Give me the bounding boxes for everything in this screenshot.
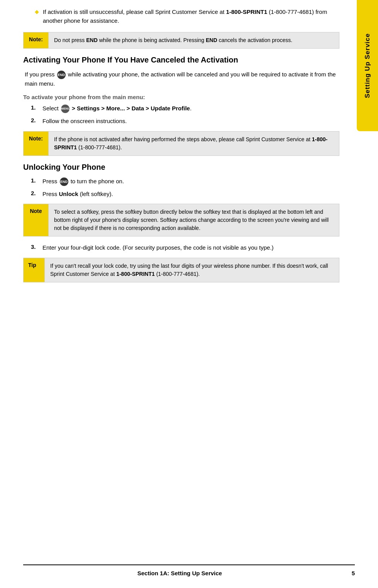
step-1-1: 1. Select MENUOK > Settings > More... > … <box>31 104 339 113</box>
note-content-1: Do not press END while the phone is bein… <box>49 32 298 48</box>
tip-label: Tip <box>24 258 45 282</box>
section-2-heading: Unlocking Your Phone <box>23 163 339 172</box>
side-tab-label: Setting Up Service <box>364 33 371 98</box>
tip-box: Tip If you can't recall your lock code, … <box>23 258 339 282</box>
sub-heading-1: To activate your phone from the main men… <box>23 94 339 100</box>
footer-page-num: 5 <box>352 570 355 576</box>
note-box-3: Note To select a softkey, press the soft… <box>23 204 339 237</box>
bullet-text: If activation is still unsuccessful, ple… <box>43 8 339 25</box>
section-1-steps: 1. Select MENUOK > Settings > More... > … <box>31 104 339 126</box>
footer-title: Section 1A: Setting Up Service <box>23 570 336 576</box>
end-icon: END <box>57 71 66 79</box>
note-content-3: To select a softkey, press the softkey b… <box>49 204 339 236</box>
step-2-3: 3. Enter your four-digit lock code. (For… <box>31 243 339 252</box>
tip-content: If you can't recall your lock code, try … <box>45 258 339 282</box>
section-1-heading: Activating Your Phone If You Have Cancel… <box>23 56 339 64</box>
step-1-1-num: 1. <box>31 104 42 111</box>
bullet-section: ◆ If activation is still unsuccessful, p… <box>23 8 339 25</box>
step-2-3-num: 3. <box>31 243 42 250</box>
note-box-2: Note: If the phone is not activated afte… <box>23 131 339 156</box>
note-label-2: Note: <box>24 132 49 155</box>
step-2-1-content: Press END to turn the phone on. <box>42 177 124 186</box>
section-2-steps: 1. Press END to turn the phone on. 2. Pr… <box>31 177 339 199</box>
bullet-item: ◆ If activation is still unsuccessful, p… <box>35 8 339 25</box>
step-1-2-num: 2. <box>31 117 42 123</box>
step-1-1-content: Select MENUOK > Settings > More... > Dat… <box>42 104 192 113</box>
end-icon-2: END <box>60 177 68 186</box>
step-2-1: 1. Press END to turn the phone on. <box>31 177 339 186</box>
step-2-2-num: 2. <box>31 190 42 196</box>
step-1-2: 2. Follow the onscreen instructions. <box>31 117 339 126</box>
step-1-2-content: Follow the onscreen instructions. <box>42 117 127 126</box>
note-label-3: Note <box>24 204 49 236</box>
section-2-step3: 3. Enter your four-digit lock code. (For… <box>31 243 339 252</box>
bullet-diamond-icon: ◆ <box>35 8 39 15</box>
step-2-3-content: Enter your four-digit lock code. (For se… <box>42 243 274 252</box>
step-2-2-content: Press Unlock (left softkey). <box>42 190 113 199</box>
note-box-1: Note: Do not press END while the phone i… <box>23 32 339 49</box>
footer-inner: Section 1A: Setting Up Service 5 <box>23 570 355 576</box>
section-1-body: If you press END while activating your p… <box>23 70 339 88</box>
menu-icon: MENUOK <box>61 105 69 113</box>
side-tab: Setting Up Service <box>357 0 378 131</box>
page-footer: Section 1A: Setting Up Service 5 <box>23 564 355 576</box>
note-label-1: Note: <box>24 32 49 48</box>
note-content-2: If the phone is not activated after havi… <box>49 132 339 155</box>
step-2-1-num: 1. <box>31 177 42 184</box>
step-2-2: 2. Press Unlock (left softkey). <box>31 190 339 199</box>
page-container: Setting Up Service ◆ If activation is st… <box>0 0 378 588</box>
